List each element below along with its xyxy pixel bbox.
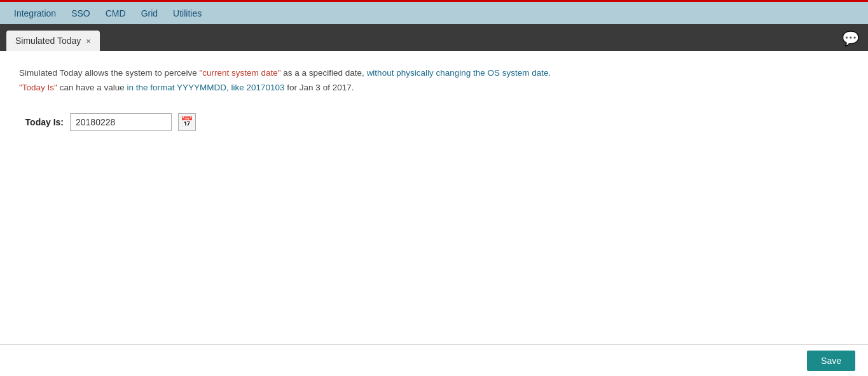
nav-bar: Integration SSO CMD Grid Utilities (0, 0, 868, 24)
desc-todayis: "Today Is" (19, 83, 57, 92)
nav-item-cmd[interactable]: CMD (98, 4, 134, 22)
desc-blue1: without physically changing the OS syste… (367, 68, 551, 78)
desc-middle1: as a a specified date, (281, 68, 367, 78)
description-text: Simulated Today allows the system to per… (19, 66, 849, 95)
calendar-icon: 📅 (181, 116, 193, 128)
save-button[interactable]: Save (807, 351, 855, 371)
desc-suffix2: for Jan 3 of 2017. (285, 83, 354, 92)
main-content: Simulated Today allows the system to per… (0, 51, 868, 344)
calendar-button[interactable]: 📅 (178, 113, 196, 131)
nav-item-utilities[interactable]: Utilities (165, 4, 209, 22)
today-label: Today Is: (19, 117, 64, 127)
nav-item-sso[interactable]: SSO (64, 4, 98, 22)
nav-item-integration[interactable]: Integration (6, 4, 64, 22)
today-input[interactable] (70, 113, 172, 131)
footer: Save (0, 344, 868, 376)
desc-highlight1: "current system date" (199, 68, 280, 78)
desc-example-date: 20170103 (247, 83, 285, 92)
today-row: Today Is: 📅 (19, 113, 849, 131)
tab-bar: Simulated Today × 💬 (0, 24, 868, 51)
desc-format: in the format YYYYMMDD, like (127, 83, 246, 92)
tab-label: Simulated Today (15, 36, 81, 46)
desc-prefix1: Simulated Today allows the system to per… (19, 68, 199, 78)
desc-middle2: can have a value (57, 83, 127, 92)
nav-item-grid[interactable]: Grid (134, 4, 165, 22)
tab-simulated-today[interactable]: Simulated Today × (6, 31, 100, 51)
chat-icon[interactable]: 💬 (842, 31, 859, 47)
tab-close-button[interactable]: × (86, 37, 91, 45)
